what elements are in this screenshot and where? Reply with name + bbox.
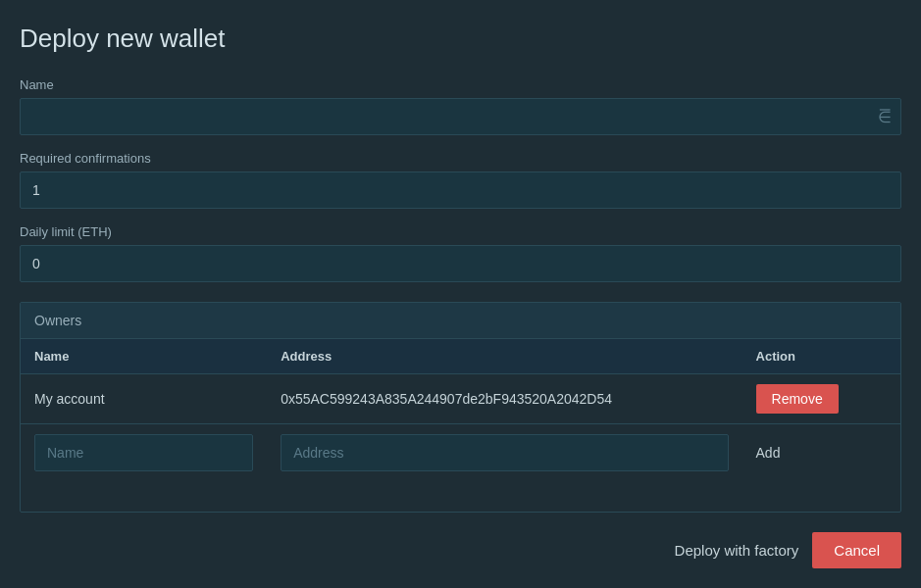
owner-action-cell: Remove [742,374,900,424]
table-row: My account 0x55AC599243A835A244907de2bF9… [21,374,900,424]
owner-name-cell: My account [21,374,267,424]
confirmations-field-group: Required confirmations [20,151,901,209]
footer: Deploy with factory Cancel [20,532,901,568]
owners-table: Name Address Action My account 0x55AC599… [21,339,900,481]
col-header-action: Action [742,339,900,374]
daily-limit-label: Daily limit (ETH) [20,224,901,239]
new-owner-action-cell: Add [742,424,900,482]
cancel-button[interactable]: Cancel [812,532,901,568]
table-header-row: Name Address Action [21,339,900,374]
new-owner-address-cell [267,424,742,482]
confirmations-label: Required confirmations [20,151,901,166]
page-container: Deploy new wallet Name ⋶ Required confir… [0,0,921,588]
owner-address-cell: 0x55AC599243A835A244907de2bF943520A2042D… [267,374,742,424]
new-owner-name-cell [21,424,267,482]
name-field-group: Name ⋶ [20,77,901,135]
name-label: Name [20,77,901,92]
daily-limit-field-group: Daily limit (ETH) [20,224,901,282]
owners-section: Owners Name Address Action My account 0x… [20,302,901,513]
add-button[interactable]: Add [756,445,781,461]
page-title: Deploy new wallet [20,24,901,54]
col-header-name: Name [21,339,267,374]
new-owner-row: Add [21,424,900,482]
deploy-factory-button[interactable]: Deploy with factory [675,542,799,559]
owners-header: Owners [21,303,900,339]
remove-button[interactable]: Remove [756,384,839,414]
name-input-wrapper: ⋶ [20,98,901,135]
confirmations-input[interactable] [20,172,901,209]
new-owner-name-input[interactable] [34,434,253,471]
col-header-address: Address [267,339,742,374]
new-owner-address-input[interactable] [281,434,728,471]
daily-limit-input[interactable] [20,245,901,282]
list-icon: ⋶ [878,108,892,126]
name-input[interactable] [20,98,901,135]
